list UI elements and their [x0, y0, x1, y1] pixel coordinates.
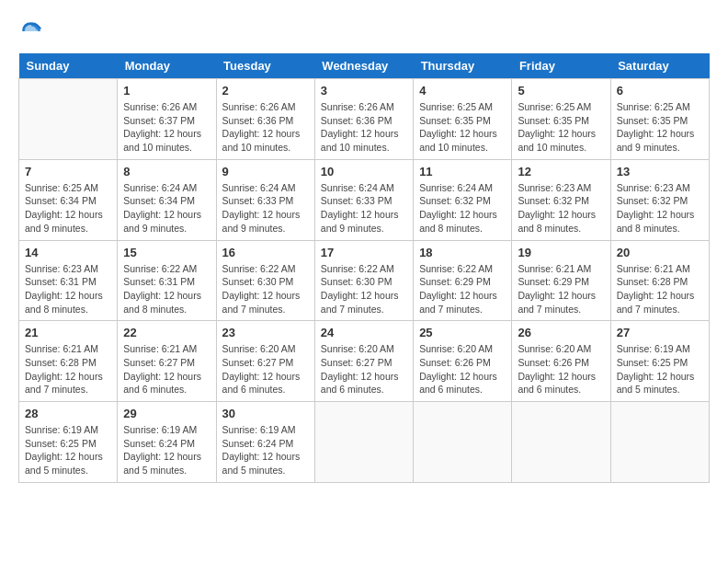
week-row-2: 7Sunrise: 6:25 AMSunset: 6:34 PMDaylight… — [19, 159, 710, 240]
day-cell: 3Sunrise: 6:26 AMSunset: 6:36 PMDaylight… — [314, 79, 413, 160]
day-cell — [19, 79, 118, 160]
day-number: 21 — [25, 326, 111, 339]
day-cell — [610, 402, 709, 483]
day-cell: 25Sunrise: 6:20 AMSunset: 6:26 PMDayligh… — [414, 321, 512, 402]
day-cell: 20Sunrise: 6:21 AMSunset: 6:28 PMDayligh… — [610, 240, 709, 321]
page-header — [18, 18, 710, 44]
day-info: Sunrise: 6:19 AMSunset: 6:25 PMDaylight:… — [25, 423, 111, 477]
day-info: Sunrise: 6:22 AMSunset: 6:31 PMDaylight:… — [123, 262, 210, 316]
day-number: 18 — [419, 246, 506, 259]
day-cell: 10Sunrise: 6:24 AMSunset: 6:33 PMDayligh… — [314, 159, 413, 240]
day-number: 6 — [617, 84, 703, 98]
day-number: 13 — [617, 165, 703, 178]
day-cell — [512, 402, 610, 483]
day-cell: 17Sunrise: 6:22 AMSunset: 6:30 PMDayligh… — [314, 240, 413, 321]
day-info: Sunrise: 6:24 AMSunset: 6:34 PMDaylight:… — [123, 181, 210, 236]
day-info: Sunrise: 6:22 AMSunset: 6:30 PMDaylight:… — [321, 262, 407, 316]
day-info: Sunrise: 6:19 AMSunset: 6:24 PMDaylight:… — [222, 423, 309, 477]
day-cell: 27Sunrise: 6:19 AMSunset: 6:25 PMDayligh… — [610, 321, 709, 402]
day-number: 9 — [222, 165, 309, 178]
day-number: 4 — [419, 84, 506, 98]
day-number: 26 — [518, 326, 604, 339]
day-info: Sunrise: 6:24 AMSunset: 6:33 PMDaylight:… — [321, 181, 407, 236]
day-cell: 22Sunrise: 6:21 AMSunset: 6:27 PMDayligh… — [118, 321, 216, 402]
day-number: 16 — [222, 246, 309, 259]
day-cell: 2Sunrise: 6:26 AMSunset: 6:36 PMDaylight… — [216, 79, 314, 160]
day-cell: 26Sunrise: 6:20 AMSunset: 6:26 PMDayligh… — [512, 321, 610, 402]
day-cell: 29Sunrise: 6:19 AMSunset: 6:24 PMDayligh… — [118, 402, 216, 483]
week-row-1: 1Sunrise: 6:26 AMSunset: 6:37 PMDaylight… — [19, 79, 710, 160]
day-info: Sunrise: 6:23 AMSunset: 6:32 PMDaylight:… — [518, 181, 604, 236]
day-number: 8 — [123, 165, 210, 178]
calendar-table: SundayMondayTuesdayWednesdayThursdayFrid… — [18, 53, 710, 483]
day-info: Sunrise: 6:24 AMSunset: 6:33 PMDaylight:… — [222, 181, 309, 236]
day-info: Sunrise: 6:20 AMSunset: 6:27 PMDaylight:… — [321, 342, 407, 396]
day-cell: 12Sunrise: 6:23 AMSunset: 6:32 PMDayligh… — [512, 159, 610, 240]
day-info: Sunrise: 6:25 AMSunset: 6:35 PMDaylight:… — [617, 100, 703, 155]
day-cell: 21Sunrise: 6:21 AMSunset: 6:28 PMDayligh… — [19, 321, 118, 402]
day-number: 5 — [518, 84, 604, 98]
day-number: 1 — [123, 84, 210, 98]
day-info: Sunrise: 6:21 AMSunset: 6:29 PMDaylight:… — [518, 262, 604, 316]
logo — [18, 18, 48, 44]
day-number: 20 — [617, 246, 703, 259]
header-cell-sunday: Sunday — [19, 53, 118, 79]
day-number: 27 — [617, 326, 703, 339]
day-number: 24 — [321, 326, 407, 339]
week-row-3: 14Sunrise: 6:23 AMSunset: 6:31 PMDayligh… — [19, 240, 710, 321]
header-row: SundayMondayTuesdayWednesdayThursdayFrid… — [19, 53, 710, 79]
day-number: 23 — [222, 326, 309, 339]
day-number: 19 — [518, 246, 604, 259]
day-cell: 19Sunrise: 6:21 AMSunset: 6:29 PMDayligh… — [512, 240, 610, 321]
header-cell-friday: Friday — [512, 53, 610, 79]
day-info: Sunrise: 6:22 AMSunset: 6:29 PMDaylight:… — [419, 262, 506, 316]
day-number: 17 — [321, 246, 407, 259]
day-info: Sunrise: 6:22 AMSunset: 6:30 PMDaylight:… — [222, 262, 309, 316]
day-cell — [414, 402, 512, 483]
day-info: Sunrise: 6:26 AMSunset: 6:36 PMDaylight:… — [222, 100, 309, 155]
day-info: Sunrise: 6:20 AMSunset: 6:27 PMDaylight:… — [222, 342, 309, 396]
day-cell: 30Sunrise: 6:19 AMSunset: 6:24 PMDayligh… — [216, 402, 314, 483]
week-row-4: 21Sunrise: 6:21 AMSunset: 6:28 PMDayligh… — [19, 321, 710, 402]
day-cell: 28Sunrise: 6:19 AMSunset: 6:25 PMDayligh… — [19, 402, 118, 483]
day-info: Sunrise: 6:23 AMSunset: 6:31 PMDaylight:… — [25, 262, 111, 316]
header-cell-saturday: Saturday — [610, 53, 709, 79]
day-number: 7 — [25, 165, 111, 178]
day-cell: 5Sunrise: 6:25 AMSunset: 6:35 PMDaylight… — [512, 79, 610, 160]
week-row-5: 28Sunrise: 6:19 AMSunset: 6:25 PMDayligh… — [19, 402, 710, 483]
day-info: Sunrise: 6:25 AMSunset: 6:35 PMDaylight:… — [518, 100, 604, 155]
day-cell: 8Sunrise: 6:24 AMSunset: 6:34 PMDaylight… — [118, 159, 216, 240]
day-info: Sunrise: 6:25 AMSunset: 6:35 PMDaylight:… — [419, 100, 506, 155]
day-info: Sunrise: 6:26 AMSunset: 6:36 PMDaylight:… — [321, 100, 407, 155]
day-info: Sunrise: 6:19 AMSunset: 6:24 PMDaylight:… — [123, 423, 210, 477]
day-number: 30 — [222, 407, 309, 420]
day-info: Sunrise: 6:23 AMSunset: 6:32 PMDaylight:… — [617, 181, 703, 236]
day-number: 15 — [123, 246, 210, 259]
day-number: 28 — [25, 407, 111, 420]
day-cell: 6Sunrise: 6:25 AMSunset: 6:35 PMDaylight… — [610, 79, 709, 160]
day-cell: 16Sunrise: 6:22 AMSunset: 6:30 PMDayligh… — [216, 240, 314, 321]
day-cell: 13Sunrise: 6:23 AMSunset: 6:32 PMDayligh… — [610, 159, 709, 240]
header-cell-thursday: Thursday — [414, 53, 512, 79]
header-cell-monday: Monday — [118, 53, 216, 79]
day-number: 11 — [419, 165, 506, 178]
day-info: Sunrise: 6:21 AMSunset: 6:28 PMDaylight:… — [617, 262, 703, 316]
day-cell: 1Sunrise: 6:26 AMSunset: 6:37 PMDaylight… — [118, 79, 216, 160]
day-cell: 15Sunrise: 6:22 AMSunset: 6:31 PMDayligh… — [118, 240, 216, 321]
day-info: Sunrise: 6:25 AMSunset: 6:34 PMDaylight:… — [25, 181, 111, 236]
day-cell: 9Sunrise: 6:24 AMSunset: 6:33 PMDaylight… — [216, 159, 314, 240]
day-number: 14 — [25, 246, 111, 259]
day-number: 2 — [222, 84, 309, 98]
day-number: 3 — [321, 84, 407, 98]
day-cell: 7Sunrise: 6:25 AMSunset: 6:34 PMDaylight… — [19, 159, 118, 240]
day-number: 10 — [321, 165, 407, 178]
day-number: 25 — [419, 326, 506, 339]
day-info: Sunrise: 6:19 AMSunset: 6:25 PMDaylight:… — [617, 342, 703, 396]
day-cell: 23Sunrise: 6:20 AMSunset: 6:27 PMDayligh… — [216, 321, 314, 402]
day-info: Sunrise: 6:20 AMSunset: 6:26 PMDaylight:… — [419, 342, 506, 396]
logo-icon — [18, 18, 44, 44]
day-info: Sunrise: 6:21 AMSunset: 6:28 PMDaylight:… — [25, 342, 111, 396]
day-number: 12 — [518, 165, 604, 178]
day-cell: 11Sunrise: 6:24 AMSunset: 6:32 PMDayligh… — [414, 159, 512, 240]
day-cell: 4Sunrise: 6:25 AMSunset: 6:35 PMDaylight… — [414, 79, 512, 160]
